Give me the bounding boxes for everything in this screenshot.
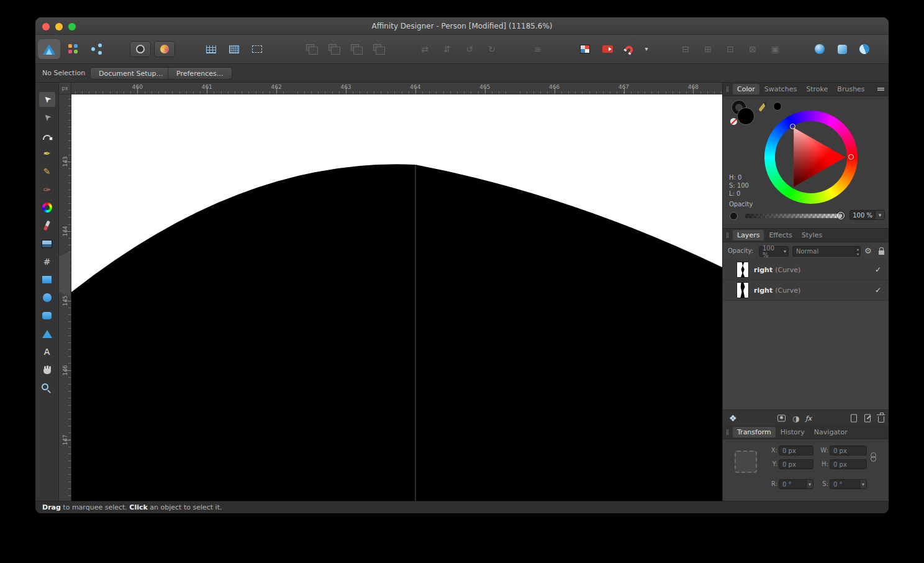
r-field[interactable]: 0 °▾	[779, 479, 813, 489]
move-by-whole-pixels-icon[interactable]	[599, 40, 616, 58]
rotate-ccw-icon[interactable]: ↺	[461, 40, 478, 58]
flip-vertical-icon[interactable]: ⇵	[438, 40, 456, 58]
w-field[interactable]: 0 px	[830, 446, 867, 455]
show-grid-icon[interactable]	[202, 40, 220, 58]
insert-behind-icon[interactable]: ⊟	[677, 40, 694, 58]
pixel-grid-icon[interactable]	[225, 40, 243, 58]
titlebar[interactable]: Affinity Designer - Person [Modified] (1…	[35, 17, 889, 35]
preferences-button[interactable]: Preferences…	[168, 67, 232, 80]
selection-bounds-icon[interactable]	[248, 40, 266, 58]
tab-navigator[interactable]: Navigator	[810, 427, 852, 437]
node-tool[interactable]: ➤	[39, 110, 55, 125]
cube-icon[interactable]	[833, 40, 851, 58]
h-field[interactable]: 0 px	[830, 459, 867, 469]
link-dimensions-icon[interactable]	[871, 452, 876, 461]
layers-opacity-dropdown[interactable]: 100 % ▾	[759, 246, 789, 257]
layer-visibility-checkbox[interactable]: ✓	[875, 265, 881, 274]
opacity-value-field[interactable]: 100 %	[849, 210, 876, 220]
insert-in-front-icon[interactable]: ⊞	[699, 40, 717, 58]
rotate-cw-icon[interactable]: ↻	[483, 40, 500, 58]
style-emblem-button[interactable]	[130, 41, 151, 57]
opacity-slider[interactable]	[745, 214, 842, 218]
gear-icon[interactable]: ⚙	[864, 247, 872, 255]
current-color-chip[interactable]	[774, 103, 781, 110]
tab-styles[interactable]: Styles	[797, 230, 827, 240]
layer-row[interactable]: right(Curve)✓	[723, 280, 889, 301]
v-ruler[interactable]: 143144145146147	[59, 94, 71, 501]
fill-emblem-button[interactable]	[154, 41, 175, 57]
edit-all-layers-icon[interactable]: ❖	[729, 413, 737, 423]
pen-tool[interactable]: ✒	[39, 146, 55, 161]
panel-drag-handle[interactable]	[727, 232, 727, 238]
order-to-front-icon[interactable]	[303, 40, 320, 58]
order-backward-icon[interactable]	[348, 40, 365, 58]
move-tool[interactable]: ➤	[39, 92, 55, 107]
panel-menu-icon[interactable]	[877, 88, 884, 89]
ruler-units[interactable]: px	[59, 83, 71, 94]
snapping-options-chevron[interactable]: ▾	[642, 40, 651, 58]
tab-brushes[interactable]: Brushes	[833, 84, 869, 94]
chevron-down-icon[interactable]: ▾	[859, 480, 866, 488]
view-tool[interactable]	[39, 362, 55, 377]
panel-drag-handle[interactable]	[727, 429, 727, 435]
force-pixel-alignment-icon[interactable]	[576, 40, 594, 58]
opacity-dropdown[interactable]: ▾	[876, 210, 885, 220]
export-persona-icon[interactable]	[85, 40, 107, 58]
designer-persona-icon[interactable]	[38, 39, 60, 59]
order-to-back-icon[interactable]	[370, 40, 387, 58]
chevron-down-icon[interactable]: ▾	[806, 480, 813, 488]
vector-brush-tool[interactable]: ✑	[39, 182, 55, 197]
lock-icon[interactable]	[879, 250, 884, 255]
tab-effects[interactable]: Effects	[764, 230, 796, 240]
pencil-tool[interactable]: ✎	[39, 164, 55, 179]
place-image-tool[interactable]	[39, 236, 55, 251]
snapping-magnet-icon[interactable]	[621, 40, 637, 58]
hue-selector[interactable]	[848, 154, 854, 160]
new-layer-icon[interactable]	[851, 414, 857, 422]
x-field[interactable]: 0 px	[779, 446, 813, 455]
canvas[interactable]	[71, 94, 722, 501]
rectangle-tool[interactable]	[39, 272, 55, 287]
insert-inside-icon[interactable]: ⊡	[722, 40, 739, 58]
layer-visibility-checkbox[interactable]: ✓	[875, 286, 881, 295]
opacity-slider-handle[interactable]	[837, 212, 845, 219]
document-setup-button[interactable]: Document Setup…	[90, 67, 172, 80]
tab-swatches[interactable]: Swatches	[760, 84, 802, 94]
opacity-min-dot[interactable]	[730, 213, 737, 219]
y-field[interactable]: 0 px	[779, 459, 813, 469]
layer-thumbnail[interactable]	[736, 282, 749, 298]
flip-horizontal-icon[interactable]: ⇄	[416, 40, 433, 58]
rounded-rectangle-tool[interactable]	[39, 308, 55, 323]
delete-layer-icon[interactable]	[878, 416, 884, 423]
tab-transform[interactable]: Transform	[733, 427, 776, 437]
layer-row[interactable]: right(Curve)✓	[723, 260, 889, 280]
crop-tool[interactable]: #	[39, 254, 55, 269]
fill-tool[interactable]	[39, 200, 55, 215]
saturation-lightness-selector[interactable]	[790, 124, 795, 129]
sphere-icon[interactable]	[810, 40, 829, 58]
layer-thumbnail[interactable]	[736, 262, 749, 278]
tab-layers[interactable]: Layers	[733, 230, 764, 240]
new-pixel-layer-icon[interactable]	[864, 414, 871, 422]
tab-stroke[interactable]: Stroke	[802, 84, 832, 94]
pixel-persona-icon[interactable]	[61, 40, 84, 58]
ellipse-tool[interactable]	[39, 290, 55, 305]
fill-swatch[interactable]	[738, 108, 754, 124]
insert-on-top-icon[interactable]: ⊠	[744, 40, 761, 58]
no-color-icon[interactable]	[730, 118, 737, 125]
color-wheel[interactable]	[764, 111, 858, 204]
alignment-icon[interactable]: ≡	[529, 40, 546, 58]
h-ruler[interactable]: 460461462463464465466467468	[71, 83, 722, 94]
point-transform-tool[interactable]	[39, 128, 55, 143]
layer-effects-icon[interactable]: ƒx	[805, 414, 812, 422]
tab-color[interactable]: Color	[733, 84, 759, 94]
blend-mode-dropdown[interactable]: Normal ▴▾	[792, 246, 861, 257]
panel-drag-handle[interactable]	[727, 86, 727, 92]
triangle-tool[interactable]	[39, 326, 55, 341]
adjustment-layer-icon[interactable]: ◑	[792, 413, 799, 423]
text-tool[interactable]: A	[39, 344, 55, 359]
anchor-point-selector[interactable]	[735, 451, 757, 473]
edit-all-layers-icon[interactable]: ▣	[766, 40, 784, 58]
mask-layer-icon[interactable]	[777, 414, 786, 421]
contour-circles-icon[interactable]	[855, 40, 874, 58]
